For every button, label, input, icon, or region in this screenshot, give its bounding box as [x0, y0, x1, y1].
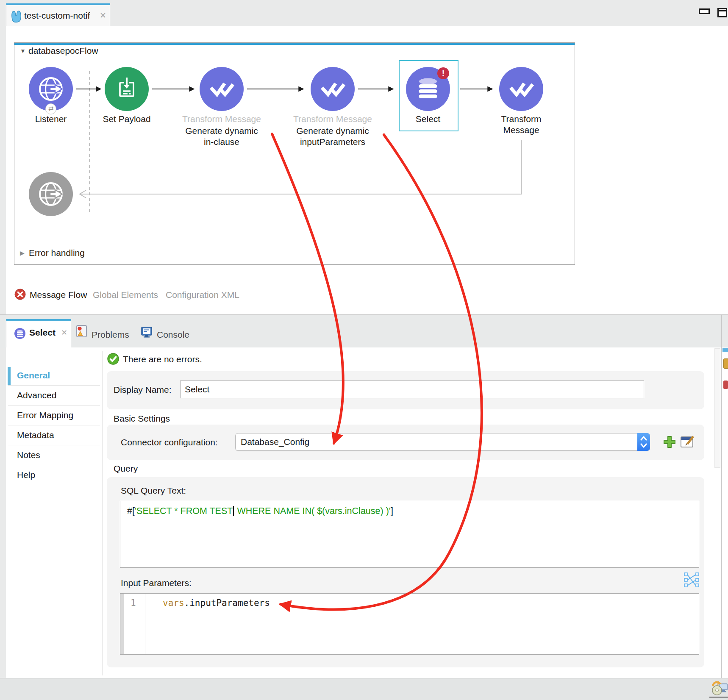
tab-console[interactable]: Console — [157, 330, 189, 340]
active-item-bar — [8, 367, 11, 385]
flow-node-set-payload[interactable]: Set Payload — [105, 67, 149, 111]
node-doc-name: Generate dynamic in-clause — [179, 125, 264, 147]
display-name-label: Display Name: — [114, 385, 172, 395]
gutter-divider — [145, 594, 145, 654]
status-bar — [0, 678, 728, 700]
sidebar-item-help[interactable]: Help — [17, 465, 109, 485]
redelivery-badge-icon: ⇄ — [45, 103, 56, 114]
sidebar-item-notes[interactable]: Notes — [17, 445, 109, 465]
message-flow-error-icon — [14, 289, 26, 302]
mule-project-icon — [10, 10, 22, 25]
listener-icon — [36, 74, 66, 104]
dataweave-icon — [317, 74, 348, 104]
sidebar-item-advanced[interactable]: Advanced — [17, 386, 109, 405]
query-title: Query — [114, 464, 138, 474]
node-label: Transform Message — [182, 114, 261, 125]
maximize-view-icon[interactable] — [717, 8, 727, 17]
http-response-icon — [36, 179, 66, 209]
progress-indicator — [709, 697, 728, 698]
sql-query-textarea[interactable]: #['SELECT * FROM TEST WHERE NAME IN( $(v… — [120, 501, 699, 568]
collapsed-panel-edge — [722, 347, 728, 678]
connector-configuration-select[interactable]: Database_Config — [235, 433, 650, 451]
editor-margin — [120, 594, 124, 654]
flow-node-listener-response[interactable] — [29, 172, 73, 216]
tab-problems[interactable]: Problems — [92, 330, 129, 340]
node-label: Transform Message — [496, 114, 547, 136]
dataweave-icon — [506, 74, 536, 104]
minimize-view-icon[interactable] — [699, 8, 710, 14]
basic-settings-title: Basic Settings — [114, 414, 170, 424]
error-badge-icon: ! — [437, 67, 449, 79]
no-errors-check-icon — [107, 353, 119, 365]
console-icon — [141, 326, 153, 339]
node-label: Set Payload — [103, 114, 150, 125]
flow-node-listener[interactable]: ⇄ Listener — [29, 67, 73, 111]
node-doc-name: Generate dynamic inputParameters — [290, 125, 375, 147]
collapsed-icon-fragment — [723, 381, 728, 389]
select-tab-database-icon — [14, 328, 26, 339]
problems-icon — [75, 325, 88, 338]
node-label: Listener — [35, 114, 67, 125]
sql-query-text-label: SQL Query Text: — [121, 486, 186, 496]
connector-configuration-value: Database_Config — [241, 433, 309, 450]
set-payload-icon — [111, 74, 142, 104]
flow-selected-highlight — [14, 43, 575, 45]
node-label: Transform Message — [293, 114, 372, 125]
flow-node-transform-message[interactable]: Transform Message — [499, 67, 543, 111]
tab-configuration-xml[interactable]: Configuration XML — [166, 290, 239, 300]
input-parameters-code: vars.inputParameters — [163, 598, 270, 608]
install-progress-icon[interactable] — [711, 680, 728, 697]
node-label: Select — [416, 114, 440, 125]
tab-close-icon[interactable]: ✕ — [61, 328, 67, 337]
edit-config-icon[interactable] — [680, 435, 695, 449]
sql-query-value: #['SELECT * FROM TEST WHERE NAME IN( $(v… — [127, 506, 393, 517]
flow-collapse-icon[interactable]: ▼ — [20, 47, 26, 54]
error-handling-expand-icon[interactable]: ▶ — [20, 250, 25, 256]
dataweave-mapping-icon[interactable] — [684, 572, 700, 588]
sidebar-item-metadata[interactable]: Metadata — [17, 425, 109, 445]
dataweave-icon — [206, 74, 237, 104]
database-icon — [413, 74, 443, 104]
display-name-input[interactable]: Select — [180, 381, 644, 398]
add-config-icon[interactable] — [662, 435, 677, 449]
editor-tab-close-icon[interactable]: ✕ — [100, 11, 106, 20]
flow-container-databasepocFlow[interactable] — [14, 42, 575, 265]
error-handling-label: Error handling — [29, 248, 85, 258]
input-parameters-editor[interactable]: 1 vars.inputParameters — [120, 593, 699, 655]
tab-message-flow[interactable]: Message Flow — [30, 290, 87, 300]
no-errors-text: There are no errors. — [123, 354, 202, 364]
collapsed-tab-accent — [722, 348, 728, 352]
anypoint-studio-window: test-custom-notif ✕ ▼ databasepocFlow ⇄ … — [0, 0, 728, 700]
tab-global-elements[interactable]: Global Elements — [93, 290, 158, 300]
sidebar-item-general[interactable]: General — [17, 366, 109, 385]
editor-tab-title: test-custom-notif — [24, 11, 90, 21]
connector-configuration-label: Connector configuration: — [121, 437, 218, 447]
flow-node-transform-in-clause[interactable]: Transform Message Generate dynamic in-cl… — [200, 67, 244, 111]
sidebar-separator — [8, 485, 100, 485]
collapsed-icon-fragment — [723, 358, 728, 369]
tab-select-label: Select — [29, 328, 56, 338]
flow-title: databasepocFlow — [28, 46, 98, 56]
tab-select-properties[interactable]: Select ✕ — [6, 319, 71, 350]
sidebar-item-error-mapping[interactable]: Error Mapping — [17, 406, 109, 425]
input-parameters-label: Input Parameters: — [121, 578, 192, 588]
select-spinner-icon — [637, 433, 650, 451]
line-number: 1 — [131, 598, 136, 608]
editor-tab-test-custom-notif[interactable]: test-custom-notif ✕ — [6, 3, 110, 28]
flow-node-transform-input-parameters[interactable]: Transform Message Generate dynamic input… — [311, 67, 355, 111]
scrollbar[interactable] — [714, 348, 720, 468]
